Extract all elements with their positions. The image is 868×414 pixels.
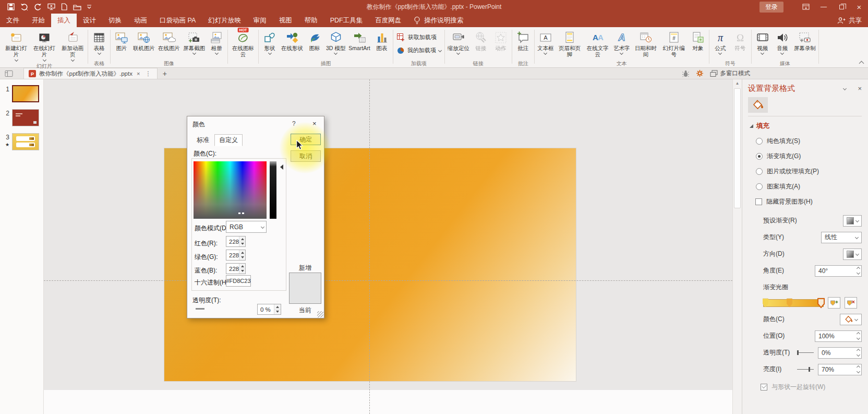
slide-thumbnail-3[interactable]: 3 ★ bbox=[0, 133, 43, 150]
tab-insert[interactable]: 插入 bbox=[51, 14, 77, 27]
online-word-cloud-button[interactable]: AA 在线文字云 bbox=[584, 28, 612, 58]
preset-gradients-dropdown[interactable] bbox=[843, 215, 862, 227]
dialog-close-button[interactable]: × bbox=[312, 120, 317, 127]
login-button[interactable]: 登录 bbox=[760, 2, 783, 13]
tab-design[interactable]: 设计 bbox=[77, 14, 102, 27]
close-tab-icon[interactable]: × bbox=[136, 70, 141, 77]
redo-icon[interactable] bbox=[34, 3, 42, 10]
blue-stepper[interactable]: 228 bbox=[226, 263, 246, 274]
smartart-button[interactable]: SmartArt bbox=[347, 28, 371, 51]
object-button[interactable]: 对象 bbox=[688, 28, 708, 51]
tell-me-search[interactable]: 操作说明搜索 bbox=[407, 14, 469, 27]
hex-input[interactable]: #FD8C23 bbox=[226, 275, 251, 287]
photo-album-button[interactable]: 相册 bbox=[207, 28, 226, 56]
remove-gradient-stop-button[interactable] bbox=[845, 297, 857, 309]
zoom-link-button[interactable]: 缩放定位 bbox=[446, 28, 471, 56]
spin-up-icon[interactable] bbox=[857, 349, 860, 352]
green-stepper[interactable]: 228 bbox=[226, 250, 246, 261]
new-slide-button[interactable]: 新建幻灯片 bbox=[2, 28, 30, 63]
tab-baidu-netdisk[interactable]: 百度网盘 bbox=[369, 14, 407, 27]
settings-gear-icon[interactable] bbox=[696, 69, 704, 77]
table-button[interactable]: 表格 bbox=[89, 28, 109, 56]
fill-tab-selected[interactable] bbox=[748, 97, 768, 113]
red-stepper[interactable]: 228 bbox=[226, 236, 246, 247]
equation-button[interactable]: π 公式 bbox=[710, 28, 730, 56]
online-slides-button[interactable]: 在线幻灯片 bbox=[30, 28, 58, 63]
brightness-stepper[interactable]: 70% bbox=[818, 364, 862, 375]
undo-icon[interactable] bbox=[20, 3, 28, 10]
new-tab-button[interactable]: + bbox=[158, 69, 172, 78]
comment-button[interactable]: 批注 bbox=[513, 28, 533, 51]
fill-option-solid[interactable]: 纯色填充(S) bbox=[756, 137, 862, 146]
angle-stepper[interactable]: 40° bbox=[815, 265, 862, 277]
color-mode-dropdown[interactable]: RGB bbox=[226, 221, 267, 233]
tab-list-icon[interactable] bbox=[0, 70, 16, 77]
scroll-up-icon[interactable]: ▲ bbox=[733, 81, 742, 86]
online-picture-button[interactable]: 在线图片 bbox=[156, 28, 182, 51]
tab-home[interactable]: 开始 bbox=[26, 14, 51, 27]
spin-down-icon[interactable] bbox=[857, 370, 860, 373]
collapse-ribbon-icon[interactable] bbox=[859, 61, 864, 66]
tab-pocket-animation[interactable]: 口袋动画 PA bbox=[153, 14, 202, 27]
brightness-slider[interactable] bbox=[797, 367, 814, 372]
horizontal-guide[interactable] bbox=[44, 280, 732, 281]
online-shapes-button[interactable]: 在线形状 bbox=[280, 28, 305, 51]
tab-pdf-tools[interactable]: PDF工具集 bbox=[324, 14, 369, 27]
share-button[interactable]: 共享 bbox=[837, 14, 868, 27]
fill-option-picture-texture[interactable]: 图片或纹理填充(P) bbox=[756, 167, 862, 176]
icons-button[interactable]: 图标 bbox=[305, 28, 324, 51]
wordart-button[interactable]: A 艺术字 bbox=[612, 28, 632, 56]
tab-file[interactable]: 文件 bbox=[0, 14, 26, 27]
resize-grip[interactable] bbox=[317, 311, 323, 317]
transparency-slider[interactable] bbox=[797, 350, 814, 355]
transparency-slider-dash[interactable] bbox=[196, 308, 204, 310]
direction-dropdown[interactable] bbox=[843, 249, 862, 260]
get-add-ins-button[interactable]: 获取加载项 bbox=[396, 33, 437, 42]
canvas-scrollbar[interactable]: ▲ bbox=[732, 79, 742, 414]
cancel-button[interactable]: 取消 bbox=[291, 150, 321, 162]
slide-2-thumb[interactable] bbox=[12, 109, 39, 126]
slider-handle[interactable] bbox=[797, 350, 799, 355]
multi-window-mode-button[interactable]: 多窗口模式 bbox=[710, 69, 751, 77]
new-file-icon[interactable] bbox=[61, 3, 67, 10]
tab-help[interactable]: 帮助 bbox=[298, 14, 324, 27]
scrollbar-thumb[interactable] bbox=[734, 88, 741, 208]
slide-thumbnail-2[interactable]: 2 bbox=[0, 109, 43, 126]
restore-button[interactable] bbox=[833, 0, 850, 14]
pane-options-caret-icon[interactable] bbox=[843, 87, 846, 90]
spin-up-icon[interactable] bbox=[857, 267, 860, 270]
ribbon-display-options-icon[interactable] bbox=[797, 0, 815, 14]
start-slideshow-icon[interactable] bbox=[47, 3, 55, 10]
spin-down-icon[interactable] bbox=[857, 271, 860, 275]
3d-model-button[interactable]: 3D 模型 bbox=[324, 28, 347, 56]
slider-handle[interactable] bbox=[809, 367, 810, 372]
shapes-button[interactable]: 形状 bbox=[260, 28, 280, 56]
tab-review[interactable]: 审阅 bbox=[247, 14, 273, 27]
gradient-type-dropdown[interactable]: 线性 bbox=[821, 232, 862, 243]
text-box-button[interactable]: A 文本框 bbox=[536, 28, 556, 56]
tab-slideshow[interactable]: 幻灯片放映 bbox=[202, 14, 247, 27]
vertical-guide[interactable] bbox=[369, 79, 370, 414]
my-add-ins-button[interactable]: 我的加载项 bbox=[396, 46, 441, 55]
slide-1-thumb[interactable] bbox=[12, 85, 39, 102]
tab-view[interactable]: 视图 bbox=[273, 14, 298, 27]
tab-animations[interactable]: 动画 bbox=[128, 14, 153, 27]
fill-option-gradient[interactable]: 渐变填充(G) bbox=[756, 152, 862, 161]
transparency-stepper[interactable]: 0% bbox=[818, 347, 862, 359]
add-gradient-stop-button[interactable] bbox=[828, 297, 840, 309]
online-icon-cloud-button[interactable]: HOT 在线图标云 bbox=[229, 28, 257, 58]
minimize-button[interactable]: — bbox=[815, 0, 833, 14]
pane-close-icon[interactable]: × bbox=[858, 85, 862, 92]
date-time-button[interactable]: 日期和时间 bbox=[632, 28, 660, 58]
gradient-stop-3-selected[interactable] bbox=[817, 298, 825, 309]
tab-standard[interactable]: 标准 bbox=[191, 134, 214, 146]
online-pictures-button[interactable]: 联机图片 bbox=[131, 28, 156, 51]
hide-background-graphics[interactable]: 隐藏背景图形(H) bbox=[755, 197, 862, 206]
tab-more-icon[interactable]: ⋮ bbox=[144, 70, 152, 77]
fill-section-header[interactable]: 填充 bbox=[748, 122, 862, 131]
stop-color-dropdown[interactable] bbox=[840, 314, 862, 325]
open-folder-icon[interactable] bbox=[73, 4, 81, 10]
screen-recording-button[interactable]: 屏幕录制 bbox=[792, 28, 817, 51]
spin-down-icon[interactable] bbox=[857, 353, 860, 357]
slide-thumbnail-1[interactable]: 1 bbox=[0, 85, 43, 102]
